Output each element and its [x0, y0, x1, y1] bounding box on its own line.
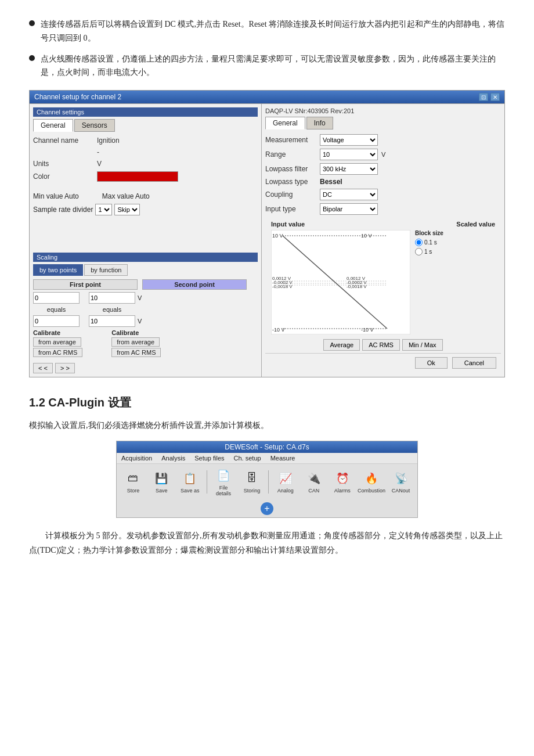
save-as-label: Save as — [181, 488, 200, 494]
ac-rms-btn[interactable]: AC RMS — [362, 339, 400, 351]
color-label: Color — [33, 172, 97, 181]
dewesoft-icons: 🗃 Store 💾 Save 📋 Save as 📄 File details … — [117, 464, 417, 500]
prev-btn[interactable]: < < — [33, 363, 53, 373]
icon-save[interactable]: 💾 Save — [150, 470, 174, 494]
input-type-row: Input type Bipolar — [265, 203, 501, 215]
icon-canout[interactable]: 📡 CANout — [389, 470, 413, 494]
menu-analysis[interactable]: Analysis — [161, 455, 185, 462]
dewesoft-toolbar: DEWESoft - Setup: CA.d7s Acquisition Ana… — [116, 441, 418, 518]
menu-ch-setup[interactable]: Ch. setup — [234, 455, 261, 462]
channel-name-value: Ignition — [97, 136, 120, 145]
icon-file-details[interactable]: 📄 File details — [212, 467, 236, 496]
icon-alarms[interactable]: ⏰ Alarms — [330, 470, 354, 494]
ok-btn[interactable]: Ok — [415, 357, 448, 369]
color-picker[interactable] — [97, 171, 178, 182]
save-as-icon: 📋 — [182, 470, 198, 487]
add-template-btn[interactable]: + — [261, 502, 273, 515]
tab-general-left[interactable]: General — [33, 119, 73, 132]
from-average-btn-2[interactable]: from average — [111, 337, 160, 347]
bullet-text-1: 连接传感器后后可以将耦合设置到 DC 模式,并点击 Reset。Reset 将消… — [41, 17, 505, 45]
dewesoft-menu: Acquisition Analysis Setup files Ch. set… — [117, 453, 417, 464]
combustion-icon: 🔥 — [363, 470, 380, 487]
icon-separator-2 — [268, 470, 269, 494]
min-max-btn[interactable]: Min / Max — [402, 339, 443, 351]
average-btn[interactable]: Average — [323, 339, 360, 351]
menu-measure[interactable]: Measure — [270, 455, 295, 462]
close-btn[interactable]: ✕ — [490, 93, 500, 101]
color-row: Color — [33, 171, 258, 182]
store-icon: 🗃 — [125, 470, 141, 487]
scaling-tab-function[interactable]: by function — [84, 264, 128, 276]
dewesoft-title: DEWESoft - Setup: CA.d7s — [117, 441, 417, 453]
dialog-title: Channel setup for channel 2 — [34, 93, 121, 101]
dialog-title-buttons: ⊡ ✕ — [479, 93, 500, 101]
canout-label: CANout — [392, 488, 410, 494]
max-label: Max value Auto — [102, 192, 150, 200]
next-btn[interactable]: > > — [55, 363, 75, 373]
measurement-row: Measurement Voltage — [265, 134, 501, 146]
icon-analog[interactable]: 📈 Analog — [273, 470, 297, 494]
sample-rate-select[interactable]: 1 — [95, 204, 112, 215]
measurement-select[interactable]: Voltage — [320, 134, 378, 146]
lowpass-type-label: Lowpass type — [265, 178, 317, 186]
svg-text:10 V: 10 V — [361, 233, 372, 239]
input-type-select[interactable]: Bipolar — [320, 203, 378, 215]
scaling-tabs: by two points by function — [33, 264, 258, 276]
icon-storing[interactable]: 🗄 Storing — [240, 470, 264, 494]
from-ac-rms-btn-1[interactable]: from AC RMS — [33, 348, 82, 357]
tab-info-right[interactable]: Info — [306, 117, 333, 129]
block-size-1-radio[interactable] — [415, 248, 423, 255]
analog-icon: 📈 — [277, 470, 294, 487]
scaling-graph: 10 V 10 V 0,0012 V -0,0002 V -0,0018 V 0… — [271, 230, 410, 334]
dialog-body: Channel settings General Sensors Channel… — [30, 103, 504, 377]
range-label: Range — [265, 150, 317, 159]
menu-acquisition[interactable]: Acquisition — [121, 455, 152, 462]
menu-setup-files[interactable]: Setup files — [194, 455, 224, 462]
cancel-btn[interactable]: Cancel — [452, 357, 496, 369]
scaling-tab-two-points[interactable]: by two points — [33, 264, 83, 276]
channel-setup-dialog: Channel setup for channel 2 ⊡ ✕ Channel … — [29, 90, 505, 377]
minmax-row: Min value Auto Max value Auto — [33, 192, 258, 200]
range-select[interactable]: 10 — [320, 149, 378, 160]
icon-save-as[interactable]: 📋 Save as — [178, 470, 202, 494]
scaled-value-label: Scaled value — [456, 221, 495, 228]
channel-name-label: Channel name — [33, 136, 97, 145]
minimize-btn[interactable]: ⊡ — [479, 93, 488, 101]
save-label: Save — [156, 488, 168, 494]
units-label: Units — [33, 160, 97, 168]
tab-sensors-left[interactable]: Sensors — [74, 119, 115, 132]
svg-text:-10 V: -10 V — [272, 327, 285, 333]
lowpass-type-value: Bessel — [320, 178, 342, 186]
icon-store[interactable]: 🗃 Store — [121, 470, 145, 494]
section-12: 1.2 CA-Plugin 设置 模拟输入设置后,我们必须选择燃烧分析插件设置,… — [29, 395, 505, 557]
sample-rate-mode-select[interactable]: Skip — [114, 204, 140, 215]
block-size-01-radio[interactable] — [415, 239, 423, 246]
lowpass-type-row: Lowpass type Bessel — [265, 178, 501, 186]
can-label: CAN — [308, 488, 319, 494]
tab-general-right[interactable]: General — [265, 117, 305, 129]
input-type-label: Input type — [265, 205, 317, 213]
measurement-label: Measurement — [265, 136, 317, 144]
from-ac-rms-btn-2[interactable]: from AC RMS — [111, 348, 161, 357]
equals-label-2: equals — [89, 306, 135, 313]
from-average-btn-1[interactable]: from average — [33, 337, 81, 347]
coupling-select[interactable]: DC — [320, 189, 378, 200]
svg-text:-0,0018 V: -0,0018 V — [347, 284, 367, 289]
icon-can[interactable]: 🔌 CAN — [302, 470, 326, 494]
point1-unit: V — [138, 294, 142, 301]
analog-label: Analog — [277, 488, 294, 494]
daqp-info: DAQP-LV SNr:403905 Rev:201 — [265, 107, 501, 114]
first-point-input1[interactable] — [33, 292, 80, 304]
lowpass-select[interactable]: 300 kHz — [320, 163, 378, 175]
second-point-input1[interactable] — [89, 292, 135, 304]
final-desc: 计算模板分为 5 部分。发动机参数设置部分,所有发动机参数和测量应用通道；角度传… — [29, 528, 505, 557]
units-value: V — [97, 160, 102, 168]
first-point-input2[interactable] — [33, 315, 80, 327]
right-tab-bar: General Info — [265, 117, 501, 129]
graph-area: Input value Scaled value — [265, 221, 501, 351]
second-point-input2[interactable] — [89, 315, 135, 327]
left-panel: Channel settings General Sensors Channel… — [30, 104, 262, 377]
first-point-label: First point — [33, 279, 138, 290]
bullet-dot-1 — [29, 20, 35, 26]
icon-combustion[interactable]: 🔥 Combustion — [359, 470, 384, 494]
